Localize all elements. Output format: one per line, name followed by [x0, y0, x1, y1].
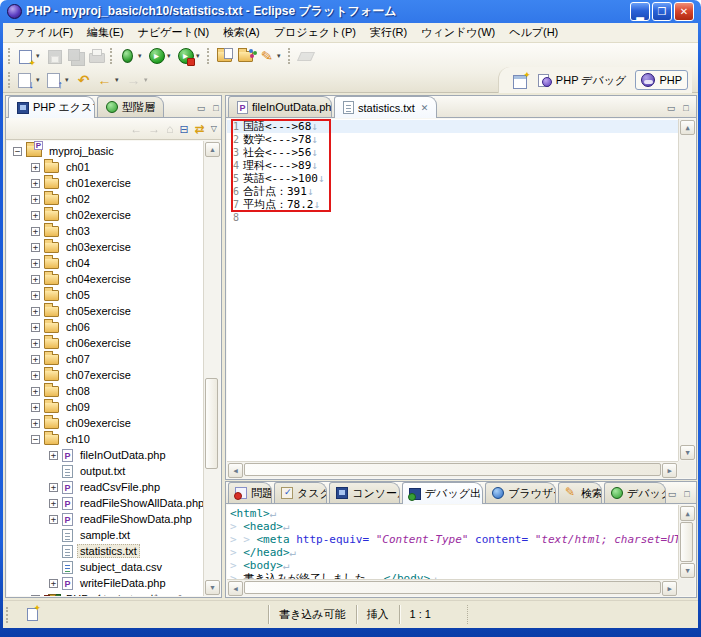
expand-icon[interactable]: + — [31, 339, 40, 348]
dropdown-arrow-icon[interactable]: ▾ — [115, 76, 122, 84]
expand-icon[interactable]: + — [31, 371, 40, 380]
last-edit-button[interactable] — [74, 71, 93, 90]
console-maximize-icon[interactable]: □ — [681, 489, 693, 499]
explorer-maximize-icon[interactable]: □ — [210, 103, 222, 113]
tree-item-ch07exercise[interactable]: +ch07exercise — [7, 367, 203, 383]
expand-icon[interactable]: + — [49, 515, 58, 524]
tree-item-ch09[interactable]: +ch09 — [7, 399, 203, 415]
tree-item-ch06exercise[interactable]: +ch06exercise — [7, 335, 203, 351]
tree-item-fileinoutdata-php[interactable]: +PfileInOutData.php — [7, 447, 203, 463]
editor-line[interactable]: 2数学<--->78↓ — [227, 133, 678, 146]
editor-line[interactable]: 7平均点：78.2↓ — [227, 198, 678, 211]
highlighter-button[interactable]: ▾ — [257, 47, 284, 66]
expand-icon[interactable]: + — [49, 579, 58, 588]
tree-vertical-scrollbar[interactable]: ▲ ▼ — [203, 141, 220, 596]
expand-icon[interactable]: + — [31, 355, 40, 364]
expand-icon[interactable]: + — [31, 195, 40, 204]
expand-icon[interactable]: + — [31, 307, 40, 316]
editor-vertical-scrollbar[interactable]: ▲ ▼ — [678, 119, 695, 461]
minimize-button[interactable]: ▂ — [630, 2, 650, 21]
editor-line[interactable]: 1国語<--->68↓ — [227, 120, 678, 133]
menu-item-3[interactable]: 検索(A) — [216, 23, 267, 42]
expand-icon[interactable]: + — [31, 259, 40, 268]
dropdown-arrow-icon[interactable]: ▾ — [144, 76, 151, 84]
dropdown-arrow-icon[interactable]: ▾ — [138, 52, 145, 60]
expand-icon[interactable]: + — [31, 403, 40, 412]
editor-line[interactable]: 8 — [227, 211, 678, 224]
editor-line[interactable]: 4理科<--->89↓ — [227, 159, 678, 172]
expand-icon[interactable]: + — [49, 451, 58, 460]
expand-icon[interactable]: + — [31, 227, 40, 236]
scroll-left-icon[interactable]: ◀ — [228, 463, 243, 478]
prev-annotation-button[interactable]: ▾ — [45, 71, 72, 90]
open-file-button[interactable] — [215, 47, 234, 66]
console-tab-console[interactable]: コンソール — [329, 482, 400, 503]
run-button[interactable]: ▾ — [147, 47, 174, 66]
debug-output-view[interactable]: <html>↵> <head>↵> > <meta http-equiv= "C… — [227, 505, 695, 596]
tree-item-ch05exercise[interactable]: +ch05exercise — [7, 303, 203, 319]
back-icon[interactable]: ← — [130, 122, 142, 136]
dropdown-arrow-icon[interactable]: ▾ — [65, 76, 72, 84]
expand-icon[interactable]: + — [31, 275, 40, 284]
dropdown-arrow-icon[interactable]: ▾ — [167, 52, 174, 60]
tree-item-ch04[interactable]: +ch04 — [7, 255, 203, 271]
open-type-button[interactable] — [236, 47, 255, 66]
expand-icon[interactable]: + — [49, 499, 58, 508]
tree-item-ch01exercise[interactable]: +ch01exercise — [7, 175, 203, 191]
scroll-thumb[interactable] — [244, 581, 661, 594]
scroll-thumb[interactable] — [205, 378, 218, 469]
editor-maximize-icon[interactable]: □ — [680, 103, 692, 113]
tree-item-ch07[interactable]: +ch07 — [7, 351, 203, 367]
tree-item-sample-txt[interactable]: sample.txt — [7, 527, 203, 543]
scroll-up-icon[interactable]: ▲ — [680, 120, 695, 135]
expand-icon[interactable]: + — [31, 595, 40, 597]
perspective-php[interactable]: PHP — [635, 70, 688, 90]
tree-item-ch03[interactable]: +ch03 — [7, 223, 203, 239]
console-horizontal-scrollbar[interactable]: ◀ ▶ — [227, 579, 678, 596]
menu-item-6[interactable]: ウィンドウ(W) — [414, 23, 502, 42]
tree-item-php-[interactable]: +PHP インクルード・パス — [7, 591, 203, 596]
tree-item-readfileshowalldata-php[interactable]: +PreadFileShowAllData.php — [7, 495, 203, 511]
console-tab-search[interactable]: 検索 — [558, 482, 602, 503]
editor-tab-statistics-txt[interactable]: statistics.txt✕ — [334, 96, 437, 118]
back-button[interactable]: ▾ — [95, 71, 122, 90]
expand-icon[interactable]: + — [31, 163, 40, 172]
scroll-left-icon[interactable]: ◀ — [228, 581, 243, 596]
tree-item-ch02[interactable]: +ch02 — [7, 191, 203, 207]
view-menu-icon[interactable]: ▽ — [211, 122, 217, 136]
scroll-right-icon[interactable]: ▶ — [662, 463, 677, 478]
expand-icon[interactable]: + — [31, 323, 40, 332]
console-tab-browser[interactable]: ブラウザー — [485, 482, 556, 503]
console-vertical-scrollbar[interactable]: ▲ ▼ — [678, 505, 695, 579]
tree-item-ch10[interactable]: −ch10 — [7, 431, 203, 447]
editor-line[interactable]: 6合計点：391↓ — [227, 185, 678, 198]
maximize-button[interactable]: ❒ — [652, 2, 672, 21]
menu-item-0[interactable]: ファイル(F) — [7, 23, 80, 42]
explorer-tab-php-explorer[interactable]: PHP エクスプ✕ — [8, 96, 95, 118]
menu-item-5[interactable]: 実行(R) — [363, 23, 414, 42]
close-tab-icon[interactable]: ✕ — [419, 103, 429, 113]
dropdown-arrow-icon[interactable]: ▾ — [196, 52, 203, 60]
scroll-thumb[interactable] — [680, 522, 693, 562]
scroll-down-icon[interactable]: ▼ — [680, 445, 695, 460]
tree-item-ch09exercise[interactable]: +ch09exercise — [7, 415, 203, 431]
tree-item-ch01[interactable]: +ch01 — [7, 159, 203, 175]
tree-item-output-txt[interactable]: output.txt — [7, 463, 203, 479]
expand-icon[interactable]: + — [31, 387, 40, 396]
console-tab-problems[interactable]: 問題 — [228, 482, 272, 503]
tree-item-ch03exercise[interactable]: +ch03exercise — [7, 239, 203, 255]
scroll-thumb[interactable] — [244, 463, 661, 476]
menu-item-4[interactable]: プロジェクト(P) — [267, 23, 363, 42]
editor-horizontal-scrollbar[interactable]: ◀ ▶ — [227, 461, 678, 478]
tree-item-ch06[interactable]: +ch06 — [7, 319, 203, 335]
console-tab-debug-output[interactable]: デバッグ出✕ — [402, 482, 483, 504]
editor-tab-fileinoutdata-php[interactable]: PfileInOutData.php — [228, 96, 332, 117]
collapse-icon[interactable]: − — [31, 435, 40, 444]
tree-item-readfileshowdata-php[interactable]: +PreadFileShowData.php — [7, 511, 203, 527]
tree-item-statistics-txt[interactable]: statistics.txt — [7, 543, 203, 559]
collapse-all-icon[interactable]: ⊟ — [180, 122, 189, 136]
explorer-tab-type-hierarchy[interactable]: 型階層 — [97, 96, 164, 117]
forward-icon[interactable]: → — [148, 122, 160, 136]
expand-icon[interactable]: + — [49, 483, 58, 492]
expand-icon[interactable]: + — [31, 211, 40, 220]
